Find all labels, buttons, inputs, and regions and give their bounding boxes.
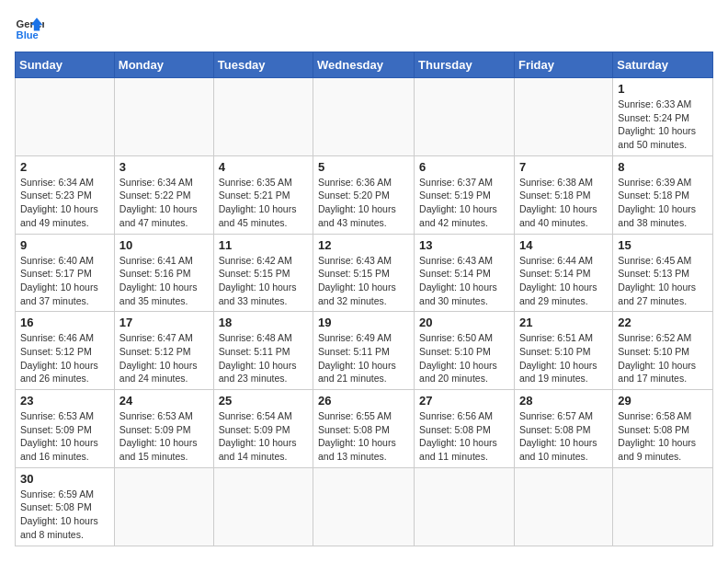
calendar-cell [213,467,313,546]
day-info: Sunrise: 6:58 AM Sunset: 5:08 PM Dayligh… [618,409,708,464]
calendar-cell [514,78,612,156]
calendar-cell: 2Sunrise: 6:34 AM Sunset: 5:23 PM Daylig… [16,155,115,234]
calendar-cell: 12Sunrise: 6:43 AM Sunset: 5:15 PM Dayli… [313,234,415,312]
calendar-cell: 27Sunrise: 6:56 AM Sunset: 5:08 PM Dayli… [415,390,515,468]
week-row-2: 2Sunrise: 6:34 AM Sunset: 5:23 PM Daylig… [16,155,713,234]
calendar-cell: 5Sunrise: 6:36 AM Sunset: 5:20 PM Daylig… [313,155,415,234]
calendar-cell [514,467,612,546]
day-number: 16 [20,316,109,329]
day-number: 22 [618,316,708,329]
calendar-cell: 15Sunrise: 6:45 AM Sunset: 5:13 PM Dayli… [613,234,713,312]
calendar-cell [415,467,515,546]
day-info: Sunrise: 6:34 AM Sunset: 5:23 PM Dayligh… [20,176,109,230]
day-number: 21 [519,316,608,329]
day-header-wednesday: Wednesday [313,52,415,78]
calendar-cell: 9Sunrise: 6:40 AM Sunset: 5:17 PM Daylig… [16,234,115,312]
calendar-cell [415,78,515,156]
calendar-cell: 26Sunrise: 6:55 AM Sunset: 5:08 PM Dayli… [313,390,415,468]
calendar-table: SundayMondayTuesdayWednesdayThursdayFrid… [15,52,713,546]
day-info: Sunrise: 6:52 AM Sunset: 5:10 PM Dayligh… [618,331,708,385]
day-number: 2 [20,160,109,174]
calendar-cell: 30Sunrise: 6:59 AM Sunset: 5:08 PM Dayli… [16,467,115,546]
calendar-cell: 18Sunrise: 6:48 AM Sunset: 5:11 PM Dayli… [213,312,313,390]
calendar-cell: 7Sunrise: 6:38 AM Sunset: 5:18 PM Daylig… [514,155,612,234]
day-info: Sunrise: 6:36 AM Sunset: 5:20 PM Dayligh… [318,176,409,230]
day-info: Sunrise: 6:59 AM Sunset: 5:08 PM Dayligh… [20,488,109,542]
calendar-cell: 29Sunrise: 6:58 AM Sunset: 5:08 PM Dayli… [613,390,713,468]
calendar-cell [114,467,213,546]
calendar-cell [613,467,713,546]
day-number: 30 [20,472,109,486]
page-header: General Blue [15,15,713,44]
day-info: Sunrise: 6:34 AM Sunset: 5:22 PM Dayligh… [119,176,209,230]
day-header-saturday: Saturday [613,52,713,78]
day-number: 6 [419,160,509,174]
calendar-cell: 8Sunrise: 6:39 AM Sunset: 5:18 PM Daylig… [613,155,713,234]
calendar-cell: 22Sunrise: 6:52 AM Sunset: 5:10 PM Dayli… [613,312,713,390]
day-info: Sunrise: 6:49 AM Sunset: 5:11 PM Dayligh… [318,331,409,385]
week-row-3: 9Sunrise: 6:40 AM Sunset: 5:17 PM Daylig… [16,234,713,312]
logo-icon: General Blue [15,15,44,44]
calendar-cell [114,78,213,156]
day-header-monday: Monday [114,52,213,78]
day-header-thursday: Thursday [415,52,515,78]
day-number: 4 [219,160,308,174]
calendar-cell: 16Sunrise: 6:46 AM Sunset: 5:12 PM Dayli… [16,312,115,390]
day-number: 9 [20,238,109,252]
day-info: Sunrise: 6:38 AM Sunset: 5:18 PM Dayligh… [519,176,608,230]
calendar-cell: 24Sunrise: 6:53 AM Sunset: 5:09 PM Dayli… [114,390,213,468]
day-info: Sunrise: 6:48 AM Sunset: 5:11 PM Dayligh… [219,331,308,385]
logo: General Blue [15,15,44,44]
calendar-cell: 4Sunrise: 6:35 AM Sunset: 5:21 PM Daylig… [213,155,313,234]
calendar-cell: 17Sunrise: 6:47 AM Sunset: 5:12 PM Dayli… [114,312,213,390]
day-number: 25 [219,394,308,408]
calendar-cell: 6Sunrise: 6:37 AM Sunset: 5:19 PM Daylig… [415,155,515,234]
calendar-cell: 25Sunrise: 6:54 AM Sunset: 5:09 PM Dayli… [213,390,313,468]
day-info: Sunrise: 6:55 AM Sunset: 5:08 PM Dayligh… [318,409,409,464]
calendar-cell: 23Sunrise: 6:53 AM Sunset: 5:09 PM Dayli… [16,390,115,468]
day-number: 5 [318,160,409,174]
day-info: Sunrise: 6:56 AM Sunset: 5:08 PM Dayligh… [419,409,509,464]
day-info: Sunrise: 6:40 AM Sunset: 5:17 PM Dayligh… [20,254,109,308]
calendar-cell: 21Sunrise: 6:51 AM Sunset: 5:10 PM Dayli… [514,312,612,390]
day-number: 14 [519,238,608,252]
week-row-5: 23Sunrise: 6:53 AM Sunset: 5:09 PM Dayli… [16,390,713,468]
day-info: Sunrise: 6:54 AM Sunset: 5:09 PM Dayligh… [219,409,308,464]
day-number: 7 [519,160,608,174]
day-info: Sunrise: 6:51 AM Sunset: 5:10 PM Dayligh… [519,331,608,385]
days-header-row: SundayMondayTuesdayWednesdayThursdayFrid… [16,52,713,78]
week-row-1: 1Sunrise: 6:33 AM Sunset: 5:24 PM Daylig… [16,78,713,156]
day-number: 8 [618,160,708,174]
day-number: 27 [419,394,509,408]
day-info: Sunrise: 6:53 AM Sunset: 5:09 PM Dayligh… [20,409,109,464]
day-info: Sunrise: 6:45 AM Sunset: 5:13 PM Dayligh… [618,254,708,308]
day-info: Sunrise: 6:46 AM Sunset: 5:12 PM Dayligh… [20,331,109,385]
day-header-friday: Friday [514,52,612,78]
day-number: 28 [519,394,608,408]
week-row-6: 30Sunrise: 6:59 AM Sunset: 5:08 PM Dayli… [16,467,713,546]
day-number: 12 [318,238,409,252]
day-number: 29 [618,394,708,408]
calendar-cell [16,78,115,156]
calendar-cell [213,78,313,156]
calendar-cell: 11Sunrise: 6:42 AM Sunset: 5:15 PM Dayli… [213,234,313,312]
day-number: 11 [219,238,308,252]
calendar-cell: 19Sunrise: 6:49 AM Sunset: 5:11 PM Dayli… [313,312,415,390]
day-number: 17 [119,316,209,329]
day-number: 15 [618,238,708,252]
calendar-cell [313,467,415,546]
week-row-4: 16Sunrise: 6:46 AM Sunset: 5:12 PM Dayli… [16,312,713,390]
calendar-cell: 10Sunrise: 6:41 AM Sunset: 5:16 PM Dayli… [114,234,213,312]
day-number: 24 [119,394,209,408]
day-number: 1 [618,82,708,96]
calendar-cell: 20Sunrise: 6:50 AM Sunset: 5:10 PM Dayli… [415,312,515,390]
day-number: 3 [119,160,209,174]
calendar-cell: 13Sunrise: 6:43 AM Sunset: 5:14 PM Dayli… [415,234,515,312]
day-header-sunday: Sunday [16,52,115,78]
day-info: Sunrise: 6:33 AM Sunset: 5:24 PM Dayligh… [618,98,708,152]
day-info: Sunrise: 6:42 AM Sunset: 5:15 PM Dayligh… [219,254,308,308]
day-header-tuesday: Tuesday [213,52,313,78]
day-info: Sunrise: 6:43 AM Sunset: 5:14 PM Dayligh… [419,254,509,308]
calendar-cell: 14Sunrise: 6:44 AM Sunset: 5:14 PM Dayli… [514,234,612,312]
day-info: Sunrise: 6:50 AM Sunset: 5:10 PM Dayligh… [419,331,509,385]
